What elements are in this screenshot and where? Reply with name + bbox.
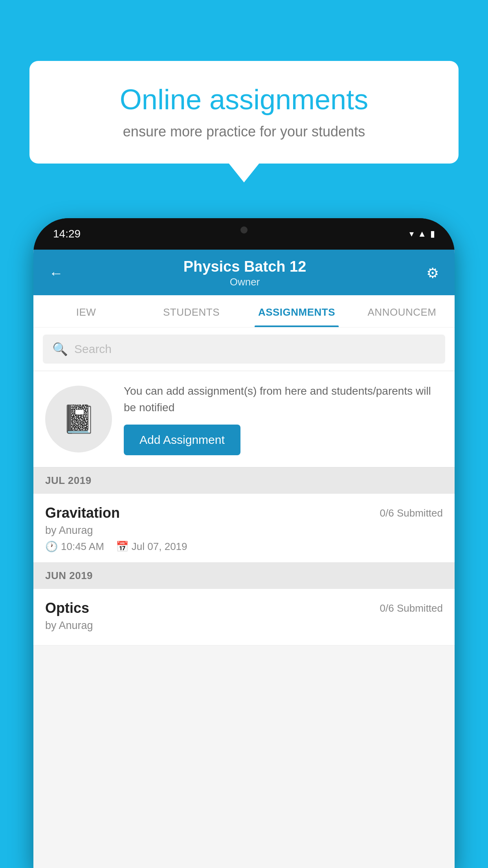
- phone-frame: 14:29 ▾ ▲ ▮ ← Physics Batch 12 Owner ⚙ I…: [33, 218, 455, 868]
- assignment-by: by Anurag: [45, 524, 443, 537]
- assignment-item-gravitation[interactable]: Gravitation 0/6 Submitted by Anurag 🕐 10…: [33, 494, 455, 563]
- add-assignment-button[interactable]: Add Assignment: [124, 425, 240, 455]
- promo-icon-circle: 📓: [45, 386, 112, 452]
- clock-icon: 🕐: [45, 541, 58, 553]
- batch-name: Physics Batch 12: [183, 258, 306, 275]
- promo-description: You can add assignment(s) from here and …: [124, 383, 443, 416]
- assignment-meta: 🕐 10:45 AM 📅 Jul 07, 2019: [45, 541, 443, 553]
- wifi-icon: ▾: [409, 229, 414, 239]
- promo-content: You can add assignment(s) from here and …: [124, 383, 443, 455]
- speech-bubble-container: Online assignments ensure more practice …: [29, 61, 459, 164]
- tab-announcements[interactable]: ANNOUNCEM: [349, 295, 455, 327]
- speech-bubble: Online assignments ensure more practice …: [29, 61, 459, 164]
- phone-screen: ← Physics Batch 12 Owner ⚙ IEW STUDENTS …: [33, 250, 455, 868]
- search-container: 🔍 Search: [33, 327, 455, 371]
- tab-assignments[interactable]: ASSIGNMENTS: [244, 295, 349, 327]
- owner-label: Owner: [183, 276, 306, 288]
- search-placeholder: Search: [74, 342, 112, 356]
- camera: [240, 226, 248, 234]
- assignment-name-optics: Optics: [45, 600, 89, 616]
- notch: [220, 218, 268, 238]
- assignment-date: 📅 Jul 07, 2019: [116, 541, 187, 553]
- assignment-row-optics: Optics 0/6 Submitted: [45, 600, 443, 616]
- speech-bubble-subtitle: ensure more practice for your students: [57, 123, 431, 140]
- notebook-icon: 📓: [62, 403, 96, 435]
- assignment-time: 🕐 10:45 AM: [45, 541, 104, 553]
- assignment-submitted: 0/6 Submitted: [380, 507, 443, 519]
- promo-section: 📓 You can add assignment(s) from here an…: [33, 371, 455, 467]
- assignment-row: Gravitation 0/6 Submitted: [45, 505, 443, 521]
- status-bar: 14:29 ▾ ▲ ▮: [33, 218, 455, 250]
- calendar-icon: 📅: [116, 541, 128, 553]
- speech-bubble-title: Online assignments: [57, 83, 431, 116]
- header-title-group: Physics Batch 12 Owner: [183, 258, 306, 288]
- status-icons: ▾ ▲ ▮: [409, 229, 435, 239]
- assignment-name: Gravitation: [45, 505, 120, 521]
- signal-icon: ▲: [418, 229, 426, 239]
- battery-icon: ▮: [430, 229, 435, 239]
- app-header: ← Physics Batch 12 Owner ⚙: [33, 250, 455, 295]
- assignment-by-optics: by Anurag: [45, 620, 443, 632]
- section-header-jul: JUL 2019: [33, 467, 455, 494]
- tab-students[interactable]: STUDENTS: [139, 295, 244, 327]
- tab-iew[interactable]: IEW: [33, 295, 139, 327]
- search-icon: 🔍: [52, 342, 68, 357]
- section-header-jun: JUN 2019: [33, 563, 455, 589]
- settings-icon[interactable]: ⚙: [426, 265, 439, 281]
- assignment-submitted-optics: 0/6 Submitted: [380, 602, 443, 614]
- tabs-container: IEW STUDENTS ASSIGNMENTS ANNOUNCEM: [33, 295, 455, 327]
- search-bar[interactable]: 🔍 Search: [43, 335, 445, 364]
- back-button[interactable]: ←: [49, 265, 63, 281]
- assignment-item-optics[interactable]: Optics 0/6 Submitted by Anurag: [33, 589, 455, 645]
- clock: 14:29: [53, 228, 81, 240]
